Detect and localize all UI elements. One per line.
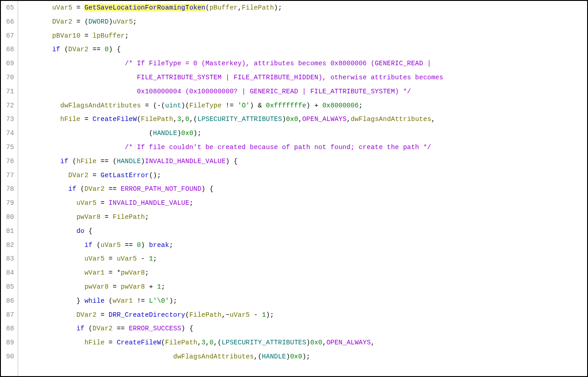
code-token: uVar5 [113,18,133,25]
line-number: 78 [4,182,14,196]
code-line[interactable]: pwVar8 = pwVar8 + 1; [20,280,587,294]
code-token: uVar5 [101,242,121,249]
line-number: 68 [4,43,14,57]
line-number: 87 [4,308,14,322]
code-line[interactable]: if (hFile == (HANDLE)INVALID_HANDLE_VALU… [20,155,587,169]
line-number-gutter: 6566676869707172737475767778798081828384… [1,1,18,376]
indent [20,32,52,39]
code-line[interactable]: if (DVar2 == ERROR_PATH_NOT_FOUND) { [20,182,587,196]
code-token: == [113,325,129,332]
code-token: uVar5 [117,255,137,262]
code-token: 0 [137,242,141,249]
code-token: hFile [60,116,81,123]
code-token: do [77,227,85,235]
code-token: = [72,18,85,25]
code-token: - [250,311,262,319]
code-line[interactable]: uVar5 = INVALID_HANDLE_VALUE; [20,196,587,210]
code-line[interactable]: uVar5 = GetSaveLocationForRoamingToken(p… [20,1,587,15]
code-line[interactable]: dwFlagsAndAttributes,(HANDLE)0x0); [20,350,587,364]
code-token: = [88,172,101,179]
indent [20,158,60,165]
code-line[interactable]: dwFlagsAndAttributes = (-(uint)(FileType… [20,99,587,113]
code-token: DWORD [88,18,109,25]
code-token: ); [274,4,282,11]
code-token: { [84,227,92,235]
code-token: , [198,339,202,346]
code-token: (-( [153,102,165,109]
line-number: 66 [4,15,14,29]
line-number: 75 [4,140,14,155]
code-token: HANDLE [117,158,141,165]
code-token: != [222,102,238,109]
code-line[interactable]: wVar1 = *pwVar8; [20,266,587,280]
code-line[interactable]: if (DVar2 == 0) { [20,43,587,57]
code-token: 0 [209,339,213,346]
code-line[interactable]: 0x108000004 (0x100000000? | GENERIC_READ… [20,85,587,99]
code-line[interactable]: pwVar8 = FilePath; [20,210,587,224]
code-token: == [96,158,113,165]
code-token: , [238,4,242,11]
indent [20,130,149,137]
code-token: ( [92,242,101,249]
code-token: ) [141,158,145,165]
decompiler-code-view[interactable]: 6566676869707172737475767778798081828384… [1,1,587,376]
code-token: 0 [185,116,189,123]
line-number: 77 [4,169,14,183]
code-line[interactable]: if (DVar2 == ERROR_SUCCESS) { [20,322,587,336]
code-line[interactable]: /* If FileType = 0 (Masterkey), attribut… [20,57,587,71]
code-token: = [96,199,109,207]
code-token: ) { [226,158,238,165]
code-token: ( [185,311,189,319]
code-token: == [88,46,105,53]
code-line[interactable]: hFile = CreateFileW(FilePath,3,0,(LPSECU… [20,336,587,350]
indent [20,74,137,81]
code-token: wVar1 [84,269,105,276]
code-token: /* If FileType = 0 (Masterkey), attribut… [125,60,431,67]
code-line[interactable]: DVar2 = GetLastError(); [20,169,587,183]
line-number: 89 [4,336,14,350]
code-line[interactable]: /* If file couldn't be created because o… [20,140,587,155]
code-token: , [173,116,177,123]
code-line[interactable]: } while (wVar1 != L'\0'); [20,294,587,308]
code-line[interactable]: (HANDLE)0x0); [20,126,587,140]
code-area[interactable]: uVar5 = GetSaveLocationForRoamingToken(p… [18,1,587,376]
code-token: ( [84,325,92,332]
code-token: FilePath [165,339,198,346]
code-line[interactable]: pBVar10 = lpBuffer; [20,29,587,43]
code-token: uint [165,102,181,109]
code-token: ) [282,116,286,123]
code-line[interactable]: DVar2 = (DWORD)uVar5; [20,15,587,29]
code-token: 1 [149,255,153,262]
code-token: ( [161,339,165,346]
indent [20,255,84,262]
indent [20,199,77,207]
code-token: dwFlagsAndAttributes [173,353,254,360]
line-number: 70 [4,71,14,85]
code-line[interactable]: uVar5 = uVar5 - 1; [20,252,587,266]
code-token: uVar5 [84,255,105,262]
line-number: 81 [4,224,14,238]
code-line[interactable]: if (uVar5 == 0) break; [20,238,587,252]
code-token: ) [177,130,181,137]
code-line[interactable]: hFile = CreateFileW(FilePath,3,0,(LPSECU… [20,112,587,126]
code-line[interactable]: do { [20,224,587,238]
code-token: DRR_CreateDirectory [109,311,185,319]
indent [20,102,60,109]
code-token: ; [153,255,157,262]
code-token: = [96,311,109,319]
code-token: INVALID_HANDLE_VALUE [145,158,226,165]
code-token: 3 [177,116,181,123]
code-token: = [72,4,85,11]
code-token: ( [149,130,153,137]
indent [20,4,52,11]
code-token: HANDLE [153,130,177,137]
code-token: wVar1 [113,297,133,304]
code-token: ( [105,297,113,304]
code-token: == [121,242,137,249]
code-line[interactable]: DVar2 = DRR_CreateDirectory(FilePath,~uV… [20,308,587,322]
code-token: = [101,213,113,221]
line-number: 88 [4,322,14,336]
code-line[interactable]: FILE_ATTRIBUTE_SYSTEM | FILE_ATTRIBUTE_H… [20,71,587,85]
indent [20,18,52,25]
code-token: ) { [109,46,121,53]
